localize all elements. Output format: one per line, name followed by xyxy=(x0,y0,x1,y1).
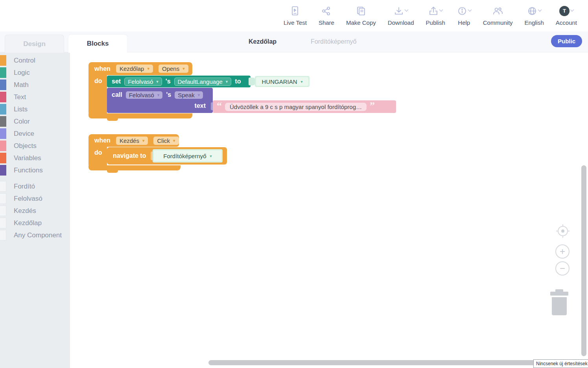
trash-icon[interactable] xyxy=(549,289,570,318)
visibility-badge-label: Public xyxy=(558,38,575,44)
download-button[interactable]: Download xyxy=(388,6,414,26)
download-icon xyxy=(394,6,404,18)
tab-blocks[interactable]: Blocks xyxy=(68,35,127,53)
community-icon xyxy=(492,6,503,18)
nav-label: Publish xyxy=(426,19,445,26)
dropdown-value: Click xyxy=(157,137,170,144)
sidebar-item-any-component[interactable]: Any Component xyxy=(0,229,70,241)
chevron-down-icon xyxy=(405,7,409,11)
sidebar-item-lists[interactable]: Lists xyxy=(0,103,70,115)
chevron-down-icon xyxy=(538,7,542,11)
nav-label: Live Test xyxy=(284,19,307,26)
live-test-button[interactable]: Live Test xyxy=(284,6,307,26)
category-color-chip xyxy=(0,104,6,115)
event-dropdown[interactable]: Click xyxy=(153,137,179,145)
make-copy-button[interactable]: Make Copy xyxy=(346,6,376,26)
help-button[interactable]: Help xyxy=(457,6,471,26)
zoom-in-button[interactable]: + xyxy=(555,244,570,259)
sidebar-item-color[interactable]: Color xyxy=(0,115,70,128)
sidebar-item-functions[interactable]: Functions xyxy=(0,164,70,176)
do-slot-label: do xyxy=(88,147,107,165)
sidebar-item-fordito[interactable]: Fordító xyxy=(0,180,70,192)
dropdown-value: Opens xyxy=(162,65,179,72)
copy-icon xyxy=(356,6,366,18)
property-dropdown[interactable]: DefaultLanguage xyxy=(174,78,232,86)
to-label: to xyxy=(235,78,241,85)
sidebar-item-control[interactable]: Control xyxy=(0,54,70,67)
category-color-chip xyxy=(0,55,6,66)
sidebar-item-logic[interactable]: Logic xyxy=(0,67,70,79)
event-dropdown[interactable]: Opens xyxy=(159,65,188,73)
language-button[interactable]: English xyxy=(525,6,544,26)
community-button[interactable]: Community xyxy=(483,6,513,26)
text-value-block[interactable]: “ Üdvözöllek a 9 c s p magyar spanyol fo… xyxy=(213,100,396,113)
tab-design[interactable]: Design xyxy=(5,35,64,53)
nav-label: Community xyxy=(483,19,513,26)
help-icon xyxy=(457,6,467,18)
when-kezdolap-opens-block[interactable]: when Kezdőlap Opens do set Felolvasó 's … xyxy=(88,62,399,121)
plus-icon: + xyxy=(560,246,565,257)
sidebar-item-objects[interactable]: Objects xyxy=(0,140,70,152)
nav-label: Download xyxy=(388,19,414,26)
publish-button[interactable]: Publish xyxy=(426,6,445,26)
sidebar-item-device[interactable]: Device xyxy=(0,128,70,140)
screen-tab-forditokepernyo[interactable]: Fordítóképernyő xyxy=(311,31,357,52)
next-statement-notch xyxy=(107,118,118,121)
category-color-chip xyxy=(0,153,6,163)
nav-label: Account xyxy=(556,19,577,26)
sidebar-item-kezdes[interactable]: Kezdés xyxy=(0,205,70,217)
dropdown-value: Felolvasó xyxy=(128,78,153,85)
blocks-canvas[interactable]: when Kezdőlap Opens do set Felolvasó 's … xyxy=(70,52,588,368)
component-dropdown[interactable]: Felolvasó xyxy=(124,78,162,86)
block-palette: Control Logic Math Text Lists Color Devi… xyxy=(0,52,70,368)
when-keyword: when xyxy=(94,65,111,72)
screen-tab-kezdolap[interactable]: Kezdőlap xyxy=(249,31,276,52)
category-color-chip xyxy=(0,80,6,90)
publish-icon xyxy=(428,6,439,18)
open-quote-icon: “ xyxy=(217,104,222,109)
call-speak-block[interactable]: call Felolvasó 's Speak text xyxy=(107,88,213,113)
component-dropdown[interactable]: Felolvasó xyxy=(126,91,163,99)
horizontal-scrollbar[interactable] xyxy=(208,360,548,365)
tab-design-label: Design xyxy=(23,40,46,48)
screen-tab-label: Kezdőlap xyxy=(249,38,276,45)
sidebar-item-variables[interactable]: Variables xyxy=(0,152,70,164)
dropdown-value: Kezdés xyxy=(120,137,139,144)
sidebar-item-math[interactable]: Math xyxy=(0,79,70,91)
category-color-chip xyxy=(0,165,6,176)
phone-icon xyxy=(290,6,300,18)
top-bar: Live Test Share Make Copy Download Publi… xyxy=(0,0,588,31)
avatar: T xyxy=(559,6,570,16)
nav-label: Share xyxy=(319,19,334,26)
screen-value-block[interactable]: Fordítóképernyő xyxy=(153,149,223,163)
when-block-header[interactable]: when Kezdőlap Opens xyxy=(88,62,192,75)
language-value-block[interactable]: HUNGARIAN xyxy=(255,76,310,87)
share-icon xyxy=(321,6,332,18)
nav-label: Help xyxy=(458,19,470,26)
visibility-badge[interactable]: Public xyxy=(551,35,582,47)
set-property-block[interactable]: set Felolvasó 's DefaultLanguage to xyxy=(107,76,251,87)
when-keyword: when xyxy=(94,137,111,144)
when-block-header[interactable]: when Kezdés Click xyxy=(88,134,179,147)
param-label: text xyxy=(195,102,206,109)
chevron-down-icon xyxy=(570,7,574,11)
account-button[interactable]: T Account xyxy=(556,6,577,26)
text-input[interactable]: Üdvözöllek a 9 c s p magyar spanyol ford… xyxy=(225,103,367,111)
palette-divider xyxy=(0,176,70,180)
vertical-scrollbar[interactable] xyxy=(581,165,586,356)
tab-row: Design Blocks Kezdőlap Fordítóképernyő +… xyxy=(0,31,588,52)
when-kezdes-click-block[interactable]: when Kezdés Click do navigate to Fordító… xyxy=(88,134,230,176)
sidebar-item-felolvaso[interactable]: Felolvasó xyxy=(0,192,70,205)
zoom-out-button[interactable]: − xyxy=(555,261,570,276)
share-button[interactable]: Share xyxy=(319,6,334,26)
component-color-chip xyxy=(0,218,6,228)
tab-blocks-label: Blocks xyxy=(87,40,109,48)
component-dropdown[interactable]: Kezdés xyxy=(116,137,148,145)
sidebar-item-kezdolap[interactable]: Kezdőlap xyxy=(0,217,70,229)
possessive-label: 's xyxy=(166,78,171,85)
sidebar-item-text[interactable]: Text xyxy=(0,91,70,103)
component-dropdown[interactable]: Kezdőlap xyxy=(116,65,153,73)
method-dropdown[interactable]: Speak xyxy=(175,91,203,99)
dropdown-value: Speak xyxy=(178,92,195,98)
center-blocks-button[interactable] xyxy=(555,224,570,240)
